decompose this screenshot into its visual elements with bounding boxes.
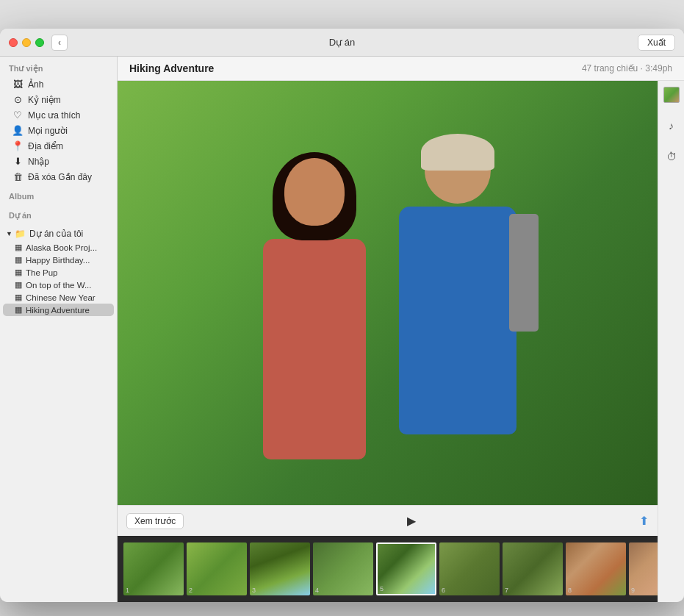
window-title: Dự án [329, 37, 355, 48]
thumb-num: 6 [442, 587, 445, 594]
sub-item-label: Hiking Adventure [26, 306, 90, 315]
trash-icon: 🗑 [12, 171, 24, 182]
woman-figure [234, 152, 395, 505]
project-icon: ▦ [15, 243, 22, 252]
sub-item-label: On top of the W... [26, 281, 92, 290]
close-button[interactable] [9, 38, 18, 47]
sidebar-item-label: Nhập [28, 157, 49, 167]
folder-icon: 📁 [15, 229, 26, 239]
sidebar-item-birthday[interactable]: ▦ Happy Birthday... [3, 254, 114, 266]
project-icon: ▦ [15, 293, 22, 302]
memories-icon: ⊙ [12, 94, 24, 105]
app-window: ‹ Dự án Xuất Thư viện 🖼 Ảnh ⊙ Kỷ niệm ♡ … [0, 29, 684, 602]
sidebar-item-imports[interactable]: ⬇ Nhập [3, 154, 114, 169]
sub-item-label: Happy Birthday... [26, 256, 90, 265]
film-thumb-9[interactable]: 9 [629, 542, 658, 595]
favorites-icon: ♡ [12, 110, 24, 121]
thumbnail-icon [663, 87, 680, 103]
people-icon: 👤 [12, 125, 24, 136]
photo-container [118, 81, 658, 505]
right-sidebar: ♪ ⏱ [658, 81, 684, 602]
thumb-num: 7 [505, 587, 508, 594]
main-photo [118, 81, 658, 505]
thumb-num: 1 [126, 587, 129, 594]
sub-item-label: Chinese New Year [26, 293, 96, 302]
music-icon: ♪ [669, 120, 674, 132]
sub-item-label: The Pup [26, 268, 57, 277]
share-button[interactable]: ⬆ [639, 514, 649, 528]
back-button[interactable]: ‹ [51, 35, 68, 51]
film-thumb-3[interactable]: 3 [250, 542, 310, 595]
man-figure [373, 137, 542, 505]
film-thumb-4[interactable]: 4 [313, 542, 373, 595]
project-icon: ▦ [15, 255, 22, 265]
main-content: Thư viện 🖼 Ảnh ⊙ Kỷ niệm ♡ Mục ưa thích … [0, 57, 684, 602]
sidebar-item-memories[interactable]: ⊙ Kỷ niệm [3, 92, 114, 107]
film-thumb-8[interactable]: 8 [566, 542, 626, 595]
sidebar-item-label: Địa điểm [28, 141, 63, 151]
project-folder: ▼ 📁 Dự án của tôi ▦ Alaska Book Proj... … [0, 226, 117, 316]
sidebar-item-label: Kỷ niệm [28, 95, 61, 105]
film-thumb-7[interactable]: 7 [503, 542, 563, 595]
sidebar-item-people[interactable]: 👤 Mọi người [3, 123, 114, 138]
folder-label: Dự án của tôi [29, 229, 83, 239]
right-panel: Hiking Adventure 47 trang chiếu · 3:49ph [118, 57, 684, 602]
project-icon: ▦ [15, 280, 22, 290]
clock-icon: ⏱ [666, 151, 677, 162]
film-thumb-1[interactable]: 1 [123, 542, 184, 595]
project-section-label: Dự án [0, 204, 117, 223]
album-section-label: Album [0, 185, 117, 204]
minimize-button[interactable] [22, 38, 31, 47]
film-thumb-5[interactable]: 5 [376, 542, 436, 595]
traffic-lights [0, 38, 44, 47]
sidebar-item-places[interactable]: 📍 Địa điểm [3, 138, 114, 154]
sub-item-label: Alaska Book Proj... [26, 243, 97, 252]
timing-button[interactable]: ⏱ [663, 148, 680, 165]
sidebar-item-hiking[interactable]: ▦ Hiking Adventure [3, 304, 114, 316]
preview-area: Xem trước ▶ ⬆ 1 2 3 [118, 81, 684, 602]
folder-arrow-icon: ▼ [6, 230, 12, 237]
play-button[interactable]: ▶ [401, 511, 422, 531]
sidebar-item-favorites[interactable]: ♡ Mục ưa thích [3, 107, 114, 123]
sidebar-item-label: Mọi người [28, 126, 68, 136]
thumbnail-view-button[interactable] [663, 87, 680, 103]
sidebar: Thư viện 🖼 Ảnh ⊙ Kỷ niệm ♡ Mục ưa thích … [0, 57, 118, 602]
sidebar-item-label: Đã xóa Gần đây [28, 172, 92, 182]
preview-bar: Xem trước ▶ ⬆ [118, 505, 658, 536]
project-meta: 47 trang chiếu · 3:49ph [582, 63, 672, 74]
sidebar-item-label: Mục ưa thích [28, 110, 80, 121]
places-icon: 📍 [12, 140, 24, 151]
library-section-label: Thư viện [0, 57, 117, 76]
filmstrip: 1 2 3 4 5 [118, 536, 658, 602]
project-icon: ▦ [15, 268, 22, 277]
project-header: Hiking Adventure 47 trang chiếu · 3:49ph [118, 57, 684, 81]
thumb-num: 8 [568, 587, 572, 594]
project-icon: ▦ [15, 305, 22, 315]
sidebar-item-label: Ảnh [28, 79, 43, 90]
thumb-num: 2 [189, 587, 192, 594]
sidebar-item-cny[interactable]: ▦ Chinese New Year [3, 291, 114, 304]
imports-icon: ⬇ [12, 156, 24, 167]
music-button[interactable]: ♪ [663, 118, 680, 134]
thumb-num: 5 [380, 585, 384, 592]
main-preview: Xem trước ▶ ⬆ 1 2 3 [118, 81, 658, 602]
preview-button[interactable]: Xem trước [126, 513, 184, 529]
sidebar-item-ontop[interactable]: ▦ On top of the W... [3, 279, 114, 291]
sidebar-item-photos[interactable]: 🖼 Ảnh [3, 76, 114, 92]
project-folder-header[interactable]: ▼ 📁 Dự án của tôi [0, 226, 117, 241]
maximize-button[interactable] [35, 38, 44, 47]
titlebar: ‹ Dự án Xuất [0, 29, 684, 57]
thumb-num: 3 [252, 587, 256, 594]
thumb-num: 9 [631, 587, 635, 594]
people-layer [118, 145, 658, 505]
export-button[interactable]: Xuất [638, 35, 675, 51]
project-title: Hiking Adventure [129, 62, 214, 74]
sidebar-item-pup[interactable]: ▦ The Pup [3, 266, 114, 279]
photos-icon: 🖼 [12, 79, 24, 90]
film-thumb-6[interactable]: 6 [439, 542, 500, 595]
sidebar-item-alaska[interactable]: ▦ Alaska Book Proj... [3, 241, 114, 254]
film-thumb-2[interactable]: 2 [187, 542, 247, 595]
thumb-num: 4 [315, 587, 319, 594]
sidebar-item-deleted[interactable]: 🗑 Đã xóa Gần đây [3, 169, 114, 185]
